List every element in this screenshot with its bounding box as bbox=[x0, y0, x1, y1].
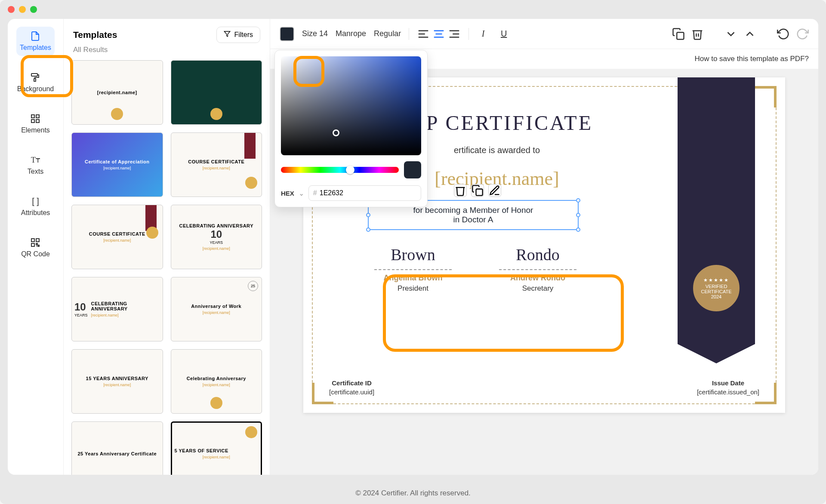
svg-rect-0 bbox=[31, 74, 37, 76]
left-rail: Templates Background Elements Tᴛ Texts [… bbox=[8, 19, 64, 475]
verified-seal[interactable]: ★★★★★ VERIFIED CERTIFICATE 2024 bbox=[690, 262, 742, 314]
align-center-button[interactable] bbox=[432, 28, 445, 40]
font-size-control[interactable]: Size 14 bbox=[302, 29, 328, 38]
rail-item-background[interactable]: Background bbox=[14, 68, 57, 97]
qr-icon bbox=[30, 237, 40, 248]
svg-rect-2 bbox=[31, 115, 34, 118]
templates-subtitle: All Results bbox=[64, 45, 270, 60]
signature-block[interactable]: Rondo Andrew Rondo Secretary bbox=[499, 245, 576, 293]
rail-item-attributes[interactable]: [ ] Attributes bbox=[18, 192, 54, 221]
duplicate-button[interactable] bbox=[672, 28, 685, 40]
template-card[interactable]: COURSE CERTIFICATE[recipient.name] bbox=[71, 205, 163, 269]
meta-block[interactable]: Certificate ID [certificate.uuid] bbox=[329, 379, 374, 396]
seal-text: VERIFIED bbox=[706, 284, 727, 289]
rail-item-texts[interactable]: Tᴛ Texts bbox=[24, 151, 47, 180]
template-card[interactable] bbox=[171, 60, 262, 125]
template-card[interactable]: CELEBRATING ANNIVERSARY10YEARS[recipient… bbox=[171, 205, 262, 269]
separator bbox=[409, 28, 409, 40]
rail-item-qrcode[interactable]: QR Code bbox=[18, 233, 53, 262]
hue-thumb[interactable] bbox=[346, 166, 354, 174]
help-link[interactable]: How to save this template as PDF? bbox=[694, 55, 809, 63]
template-card[interactable]: COURSE CERTIFICATE[recipient.name] bbox=[171, 132, 262, 197]
rail-label: Templates bbox=[20, 44, 51, 52]
rail-label: Elements bbox=[21, 126, 50, 134]
seal-stars: ★★★★★ bbox=[703, 277, 729, 283]
svg-rect-7 bbox=[36, 239, 39, 242]
rail-item-templates[interactable]: Templates bbox=[16, 27, 55, 56]
template-card[interactable]: Anniversary of Work[recipient.name]25 bbox=[171, 277, 262, 341]
signature-block[interactable]: Brown Angelina Brown President bbox=[374, 245, 452, 293]
resize-handle[interactable] bbox=[366, 227, 370, 232]
svg-rect-5 bbox=[36, 120, 39, 123]
seal-year: 2024 bbox=[711, 294, 721, 299]
body-line: in Doctor A bbox=[453, 215, 493, 224]
edit-element-button[interactable] bbox=[488, 184, 501, 197]
align-group bbox=[417, 28, 461, 40]
current-color-swatch bbox=[404, 161, 421, 178]
corner-ornament bbox=[755, 86, 777, 108]
signature-row: Brown Angelina Brown President Rondo And… bbox=[351, 245, 600, 293]
rail-label: QR Code bbox=[21, 250, 50, 258]
chevron-down-icon[interactable]: ⌄ bbox=[299, 189, 304, 197]
certificate-meta-row: Certificate ID [certificate.uuid] Issue … bbox=[329, 379, 759, 396]
body-line: for becoming a Member of Honor bbox=[413, 206, 533, 215]
font-weight-control[interactable]: Regular bbox=[374, 29, 401, 38]
meta-value: [certificate.issued_on] bbox=[697, 388, 759, 396]
resize-handle[interactable] bbox=[576, 198, 580, 203]
align-left-button[interactable] bbox=[417, 28, 430, 40]
hue-slider[interactable] bbox=[281, 167, 399, 173]
redo-button[interactable] bbox=[796, 28, 809, 40]
maximize-window-button[interactable] bbox=[30, 6, 37, 13]
bring-forward-button[interactable] bbox=[743, 28, 756, 40]
sv-cursor[interactable] bbox=[333, 129, 339, 136]
filters-button[interactable]: Filters bbox=[216, 27, 260, 43]
close-window-button[interactable] bbox=[8, 6, 15, 13]
resize-handle[interactable] bbox=[576, 227, 580, 232]
font-family-control[interactable]: Manrope bbox=[336, 29, 366, 38]
resize-handle[interactable] bbox=[576, 213, 580, 217]
template-card[interactable]: Celebrating Anniversary[recipient.name] bbox=[171, 349, 262, 414]
meta-label: Certificate ID bbox=[329, 379, 374, 387]
grid-icon bbox=[30, 114, 40, 124]
hex-label: HEX bbox=[281, 190, 294, 197]
meta-value: [certificate.uuid] bbox=[329, 388, 374, 396]
svg-rect-19 bbox=[677, 32, 684, 39]
hex-input[interactable] bbox=[320, 189, 416, 197]
text-color-swatch[interactable] bbox=[280, 27, 294, 41]
signature-fullname: Angelina Brown bbox=[383, 274, 442, 283]
resize-handle[interactable] bbox=[366, 213, 370, 217]
template-card[interactable]: Certificate of Appreciation[recipient.na… bbox=[71, 132, 163, 197]
delete-element-button[interactable] bbox=[454, 184, 467, 197]
template-card[interactable]: 5 YEARS OF SERVICE[recipient.name] bbox=[171, 421, 262, 475]
templates-panel: Templates Filters All Results [recipient… bbox=[64, 19, 270, 475]
svg-rect-20 bbox=[476, 189, 483, 196]
color-picker-popover: HEX ⌄ # bbox=[274, 50, 428, 207]
templates-grid: [recipient.name] Certificate of Apprecia… bbox=[64, 60, 270, 475]
signature-role: President bbox=[398, 284, 428, 293]
signature-line bbox=[499, 269, 576, 270]
minimize-window-button[interactable] bbox=[19, 6, 26, 13]
filters-label: Filters bbox=[234, 31, 253, 39]
meta-block[interactable]: Issue Date [certificate.issued_on] bbox=[697, 379, 759, 396]
signature-line bbox=[374, 269, 452, 270]
undo-button[interactable] bbox=[777, 28, 790, 40]
align-right-button[interactable] bbox=[448, 28, 461, 40]
template-card[interactable]: 15 YEARS ANNIVERSARY[recipient.name] bbox=[71, 349, 163, 414]
window-titlebar bbox=[0, 0, 826, 19]
saturation-value-picker[interactable] bbox=[281, 56, 421, 155]
roller-icon bbox=[30, 72, 40, 83]
svg-marker-9 bbox=[225, 31, 230, 37]
italic-button[interactable]: I bbox=[477, 28, 490, 40]
file-icon bbox=[30, 31, 40, 41]
template-card[interactable]: [recipient.name] bbox=[71, 60, 163, 125]
svg-rect-6 bbox=[31, 239, 34, 242]
underline-button[interactable]: U bbox=[497, 28, 510, 40]
meta-label: Issue Date bbox=[697, 379, 759, 387]
delete-button[interactable] bbox=[691, 28, 704, 40]
template-card[interactable]: 25 Years Anniversary Certificate bbox=[71, 421, 163, 475]
send-backward-button[interactable] bbox=[724, 28, 737, 40]
template-card[interactable]: 10YEARSCELEBRATING ANNIVERSARY[recipient… bbox=[71, 277, 163, 341]
rail-label: Background bbox=[17, 85, 54, 93]
rail-item-elements[interactable]: Elements bbox=[18, 109, 53, 138]
duplicate-element-button[interactable] bbox=[471, 184, 484, 197]
